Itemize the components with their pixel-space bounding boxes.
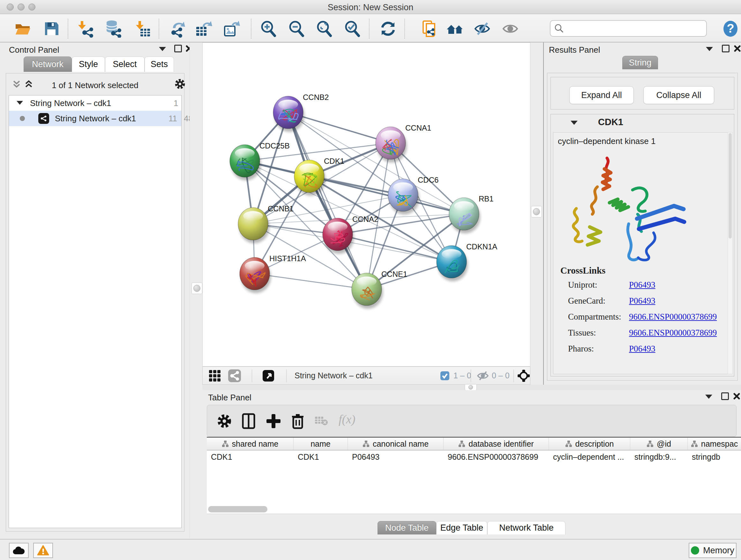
import-network-icon[interactable] (77, 20, 95, 38)
network-canvas[interactable]: CCNB2CCNA1CDC25BCDK1CDC6RB1CCNB1CCNA2CDK… (202, 43, 530, 367)
network-options-gear-icon[interactable] (174, 78, 186, 90)
tab-node-table[interactable]: Node Table (378, 521, 436, 535)
zoom-selected-icon[interactable] (343, 20, 361, 38)
hidden-eye-slash-icon[interactable] (476, 370, 489, 381)
tab-sets[interactable]: Sets (145, 57, 174, 72)
results-scrollbar[interactable] (728, 132, 733, 374)
add-column-icon[interactable] (265, 413, 282, 429)
network-node-CDC6[interactable] (388, 179, 419, 214)
collection-label: String Network – cdk1 (30, 98, 111, 108)
column-header[interactable]: description (549, 438, 630, 450)
zoom-out-icon[interactable] (287, 20, 306, 38)
string-view-icon[interactable] (227, 369, 242, 383)
tab-select[interactable]: Select (105, 57, 145, 72)
export-image-icon[interactable] (223, 20, 241, 38)
results-panel-close-icon[interactable] (733, 44, 741, 53)
import-table-icon[interactable] (133, 20, 151, 38)
network-row-selected[interactable]: String Network – cdk1 11 48 (9, 111, 181, 126)
tab-network-table[interactable]: Network Table (487, 521, 565, 535)
tab-string-results[interactable]: String (622, 56, 658, 69)
results-panel-menu-icon[interactable] (706, 47, 713, 51)
results-button-bar: Expand All Collapse All (550, 77, 734, 110)
cloud-status-button[interactable] (9, 543, 29, 558)
gene-section-expander-icon[interactable] (570, 121, 578, 125)
control-panel-title: Control Panel (9, 45, 59, 55)
column-header[interactable]: name (293, 438, 348, 450)
svg-text:CCNA1: CCNA1 (405, 124, 431, 132)
tab-style[interactable]: Style (72, 57, 105, 72)
grid-view-icon[interactable] (208, 369, 222, 383)
column-header[interactable]: canonical name (348, 438, 444, 450)
network-node-CCNE1[interactable] (352, 273, 383, 309)
gene-description: cyclin–dependent kinase 1 (558, 136, 656, 146)
network-node-RB1[interactable] (449, 198, 480, 233)
horizontal-splitter-handle[interactable] (465, 384, 477, 390)
crosslink-compartments-link[interactable]: 9606.ENSP00000378699 (629, 312, 717, 322)
crosslink-genecard-link[interactable]: P06493 (629, 296, 656, 306)
network-node-CDK1[interactable] (294, 160, 326, 196)
network-node-CCNB2[interactable] (273, 96, 305, 132)
export-network-icon[interactable] (169, 20, 186, 38)
collapse-all-button[interactable]: Collapse All (643, 86, 714, 104)
delete-column-trash-icon[interactable] (289, 413, 306, 429)
search-field[interactable] (550, 20, 707, 37)
table-horizontal-scrollbar[interactable] (208, 506, 267, 512)
table-panel-close-icon[interactable] (732, 392, 740, 400)
network-node-CDC25B[interactable] (230, 145, 261, 180)
export-table-icon[interactable] (195, 20, 213, 38)
open-in-window-icon[interactable] (262, 369, 275, 382)
status-bar: Memory (0, 539, 741, 560)
network-collection-row[interactable]: String Network – cdk1 1 (9, 96, 181, 111)
birdseye-navigator-icon[interactable] (517, 369, 530, 382)
show-panel-eye-icon[interactable] (501, 20, 519, 38)
node-table[interactable]: shared name name canonical name database… (207, 437, 741, 514)
collection-expander-icon[interactable] (17, 101, 23, 105)
expand-all-button[interactable]: Expand All (569, 86, 634, 104)
hide-panel-eye-slash-icon[interactable] (473, 20, 491, 38)
clone-network-icon[interactable] (421, 20, 439, 38)
tab-network[interactable]: Network (23, 57, 72, 72)
crosslink-label: Compartments: (568, 312, 621, 322)
table-options-gear-icon[interactable] (216, 413, 232, 429)
crosslink-tissues-link[interactable]: 9606.ENSP00000378699 (629, 328, 717, 338)
column-header[interactable]: database identifier (444, 438, 549, 450)
left-splitter-handle[interactable] (192, 283, 202, 294)
right-splitter-handle[interactable] (531, 206, 542, 217)
tab-edge-table[interactable]: Edge Table (436, 521, 487, 535)
memory-label: Memory (703, 546, 734, 556)
right-splitter[interactable] (530, 43, 543, 385)
zoom-fit-icon[interactable] (315, 20, 333, 38)
crosslink-uniprot-link[interactable]: P06493 (629, 280, 656, 290)
horizontal-splitter[interactable] (202, 385, 741, 390)
column-header[interactable]: @id (630, 438, 688, 450)
table-panel-menu-icon[interactable] (705, 395, 712, 399)
warnings-button[interactable] (33, 543, 53, 558)
left-splitter[interactable] (190, 43, 202, 538)
open-session-icon[interactable] (14, 20, 31, 38)
table-panel-float-icon[interactable] (721, 392, 729, 400)
control-panel-float-icon[interactable] (174, 45, 182, 52)
network-node-count: 11 (169, 114, 177, 124)
hidden-node-edge-counts: 0 – 0 (492, 371, 510, 380)
network-node-CDKN1A[interactable] (436, 246, 468, 281)
svg-text:CCNE1: CCNE1 (381, 270, 407, 278)
column-header[interactable]: shared name (207, 438, 293, 450)
help-icon[interactable]: ? (722, 20, 739, 38)
column-header[interactable]: namespac (688, 438, 741, 450)
zoom-in-icon[interactable] (259, 20, 277, 38)
show-columns-icon[interactable] (240, 413, 257, 429)
home-icon[interactable] (446, 20, 464, 38)
apply-function-icon-disabled: f(x) (339, 412, 355, 426)
network-node-CCNA1[interactable] (376, 127, 407, 163)
refresh-icon[interactable] (379, 20, 397, 38)
results-panel-float-icon[interactable] (722, 45, 730, 52)
network-node-HIST1H1A[interactable] (240, 257, 271, 293)
import-network-from-database-icon[interactable] (105, 20, 123, 38)
crosslink-pharos-link[interactable]: P06493 (629, 344, 656, 354)
memory-button[interactable]: Memory (689, 543, 737, 558)
table-row[interactable]: CDK1 CDK1 P06493 9606.ENSP00000378699 cy… (207, 450, 741, 463)
string-network-graph[interactable]: CCNB2CCNA1CDC25BCDK1CDC6RB1CCNB1CCNA2CDK… (203, 43, 530, 366)
control-panel-menu-icon[interactable] (159, 47, 166, 51)
selected-checkbox-icon[interactable] (440, 371, 450, 381)
save-session-icon[interactable] (43, 20, 60, 38)
